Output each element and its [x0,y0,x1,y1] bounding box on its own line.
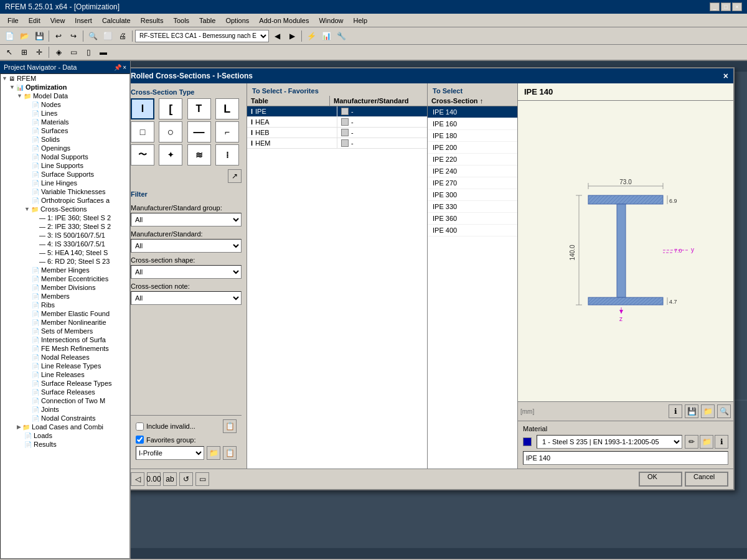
cs-list-item[interactable]: IPE 140 [428,106,517,118]
tree-item[interactable]: 📄FE Mesh Refinements [1,344,129,353]
material-folder-btn[interactable]: 📁 [700,435,713,449]
favorites-table-row[interactable]: I HEA- [247,117,427,128]
tree-item[interactable]: 📄Variable Thicknesses [1,187,129,196]
dlg-tool5[interactable]: ▭ [195,472,209,486]
menu-tools[interactable]: Tools [168,16,194,26]
tree-item[interactable]: 📄Member Elastic Found [1,309,129,318]
cs-type-I[interactable]: I [131,98,154,119]
tree-item[interactable]: 📄Results [1,440,129,449]
cs-type-star[interactable]: ✦ [159,144,182,166]
dlg-tool1[interactable]: ◁ [131,472,144,486]
tree-item[interactable]: 📄Nodes [1,100,129,109]
tree-item[interactable]: ▼📊Optimization [1,83,129,91]
undo-button[interactable]: ↩ [52,29,65,43]
tree-item[interactable]: —5: HEA 140; Steel S [1,248,129,257]
open-button[interactable]: 📂 [17,29,31,43]
tree-item[interactable]: 📄Line Releases [1,370,129,379]
cs-list-body[interactable]: IPE 140IPE 160IPE 180IPE 200IPE 220IPE 2… [428,106,517,469]
tree-item[interactable]: —6: RD 20; Steel S 23 [1,257,129,266]
favorites-table-row[interactable]: I HEB- [247,128,427,138]
dlg-tool2[interactable]: 0.00 [147,472,161,486]
tree-item[interactable]: 📄Member Nonlinearitie [1,318,129,327]
menu-help[interactable]: Help [349,16,373,26]
tool2[interactable]: 📊 [319,29,333,43]
cursor-btn[interactable]: ↖ [2,45,16,59]
cs-list-item[interactable]: IPE 220 [428,154,517,166]
zoom-btn[interactable]: 🔍 [86,29,100,43]
viewside-btn[interactable]: ▯ [82,45,95,59]
preview-save-btn[interactable]: 💾 [685,404,698,418]
tree-item[interactable]: ▼📁Cross-Sections [1,205,129,213]
tree-item[interactable]: 📄Surfaces [1,126,129,135]
tree-item[interactable]: 📄Loads [1,431,129,440]
tool1[interactable]: ⚡ [304,29,318,43]
tree-item[interactable]: 📄Lines [1,109,129,118]
cancel-button[interactable]: Cancel [685,472,728,487]
menu-results[interactable]: Results [136,16,169,26]
tree-item[interactable]: 📄Member Hinges [1,266,129,274]
menu-insert[interactable]: Insert [70,16,97,26]
material-info-btn[interactable]: ℹ [715,435,728,449]
tree-item[interactable]: —3: IS 500/160/7.5/1 [1,231,129,240]
tree-item[interactable]: ▼📁Model Data [1,91,129,100]
include-invalid-checkbox[interactable] [136,422,144,431]
favorites-select[interactable]: I-Profile [136,446,204,460]
tree-item[interactable]: ▼🖥RFEM [1,74,129,83]
cs-list-item[interactable]: IPE 160 [428,118,517,130]
viewfront-btn[interactable]: ▭ [67,45,80,59]
dialog-close-btn[interactable]: × [723,71,728,81]
tree-item[interactable]: 📄Nodal Constraints [1,414,129,422]
dlg-tool4[interactable]: ↺ [179,472,193,486]
cs-list-item[interactable]: IPE 240 [428,166,517,177]
cs-type-hollow-round[interactable]: ○ [159,121,182,142]
panel-close-btn[interactable]: × [123,64,126,71]
tree-item[interactable]: —2: IPE 330; Steel S 2 [1,222,129,231]
tree-item[interactable]: 📄Joints [1,405,129,414]
menu-view[interactable]: View [45,16,70,26]
close-button[interactable]: × [732,2,742,11]
tree-item[interactable]: 📄Nodal Releases [1,353,129,362]
preview-info-btn[interactable]: ℹ [669,404,682,418]
cs-type-hollow-rect[interactable]: □ [131,121,154,142]
cs-type-channel[interactable]: [ [159,98,182,119]
cs-list-item[interactable]: IPE 330 [428,201,517,213]
menu-options[interactable]: Options [220,16,254,26]
menu-addon[interactable]: Add-on Modules [254,16,314,26]
tree-item[interactable]: 📄Surface Release Types [1,379,129,388]
cs-type-wave[interactable]: ≋ [187,144,211,166]
cs-type-more-btn[interactable]: ↗ [228,169,242,183]
project-tree[interactable]: ▼🖥RFEM▼📊Optimization▼📁Model Data📄Nodes📄L… [0,73,130,559]
ok-button[interactable]: OK [639,472,682,487]
menu-table[interactable]: Table [194,16,220,26]
tree-item[interactable]: 📄Surface Releases [1,388,129,396]
tree-item[interactable]: 📄Openings [1,144,129,152]
cs-type-dots[interactable]: ⁞ [215,144,239,166]
menu-window[interactable]: Window [314,16,348,26]
minimize-button[interactable]: _ [710,2,720,11]
tree-item[interactable]: 📄Line Release Types [1,362,129,370]
tree-item[interactable]: —1: IPE 360; Steel S 2 [1,213,129,222]
dlg-tool3[interactable]: ab [163,472,177,486]
preview-zoom-btn[interactable]: 🔍 [717,404,731,418]
cs-shape-select[interactable]: All [131,265,242,279]
tree-item[interactable]: —4: IS 330/160/7.5/1 [1,240,129,248]
preview-folder-btn[interactable]: 📁 [701,404,715,418]
cs-list-item[interactable]: IPE 400 [428,225,517,236]
panel-pin-btn[interactable]: 📌 [114,64,121,71]
tree-item[interactable]: 📄Orthotropic Surfaces a [1,196,129,205]
tree-item[interactable]: ▶📁Load Cases and Combi [1,422,129,431]
tree-item[interactable]: 📄Solids [1,135,129,144]
cs-type-z[interactable]: 〜 [131,144,154,166]
tree-item[interactable]: 📄Connection of Two M [1,396,129,405]
manufacturer-group-select[interactable]: All [131,213,242,226]
cs-type-angle2[interactable]: ⌐ [215,121,239,142]
cs-type-T[interactable]: T [187,98,211,119]
manufacturer-select[interactable]: All [131,239,242,253]
tree-item[interactable]: 📄Nodal Supports [1,152,129,161]
print-btn[interactable]: 🖨 [116,29,129,43]
tree-item[interactable]: 📄Intersections of Surfa [1,335,129,344]
tree-item[interactable]: 📄Member Eccentricities [1,274,129,283]
tree-item[interactable]: 📄Members [1,292,129,301]
favorites-table-row[interactable]: I IPE- [247,106,427,117]
cs-type-flat[interactable]: — [187,121,211,142]
